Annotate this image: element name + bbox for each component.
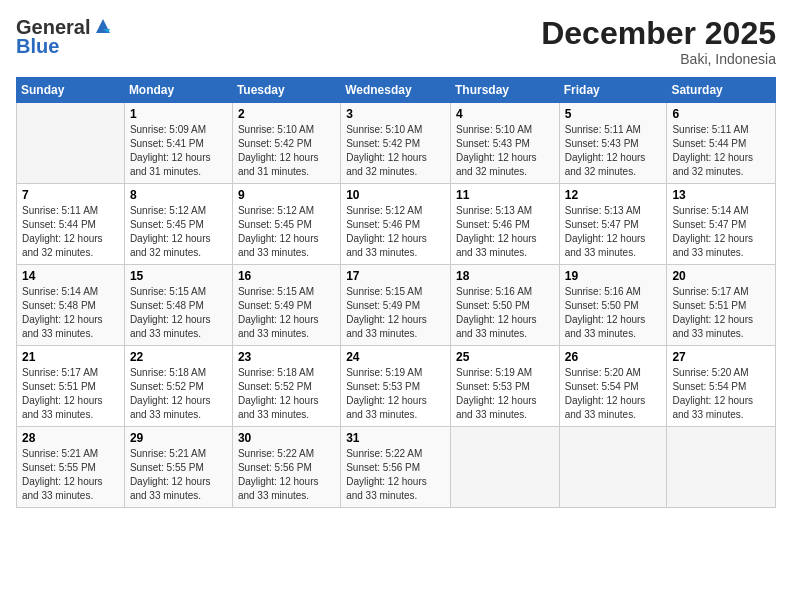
day-info: Sunrise: 5:10 AM Sunset: 5:42 PM Dayligh… <box>346 123 445 179</box>
calendar-cell: 10Sunrise: 5:12 AM Sunset: 5:46 PM Dayli… <box>341 184 451 265</box>
day-number: 18 <box>456 269 554 283</box>
day-info: Sunrise: 5:22 AM Sunset: 5:56 PM Dayligh… <box>238 447 335 503</box>
col-header-friday: Friday <box>559 78 667 103</box>
calendar-cell <box>667 427 776 508</box>
day-number: 6 <box>672 107 770 121</box>
location: Baki, Indonesia <box>541 51 776 67</box>
day-info: Sunrise: 5:15 AM Sunset: 5:48 PM Dayligh… <box>130 285 227 341</box>
calendar-cell: 13Sunrise: 5:14 AM Sunset: 5:47 PM Dayli… <box>667 184 776 265</box>
title-block: December 2025 Baki, Indonesia <box>541 16 776 67</box>
header-row: SundayMondayTuesdayWednesdayThursdayFrid… <box>17 78 776 103</box>
day-number: 9 <box>238 188 335 202</box>
calendar-cell <box>17 103 125 184</box>
calendar-cell: 3Sunrise: 5:10 AM Sunset: 5:42 PM Daylig… <box>341 103 451 184</box>
calendar-cell: 23Sunrise: 5:18 AM Sunset: 5:52 PM Dayli… <box>232 346 340 427</box>
calendar-table: SundayMondayTuesdayWednesdayThursdayFrid… <box>16 77 776 508</box>
calendar-cell: 21Sunrise: 5:17 AM Sunset: 5:51 PM Dayli… <box>17 346 125 427</box>
day-info: Sunrise: 5:20 AM Sunset: 5:54 PM Dayligh… <box>672 366 770 422</box>
day-info: Sunrise: 5:16 AM Sunset: 5:50 PM Dayligh… <box>456 285 554 341</box>
calendar-cell: 11Sunrise: 5:13 AM Sunset: 5:46 PM Dayli… <box>450 184 559 265</box>
day-info: Sunrise: 5:18 AM Sunset: 5:52 PM Dayligh… <box>130 366 227 422</box>
day-info: Sunrise: 5:13 AM Sunset: 5:46 PM Dayligh… <box>456 204 554 260</box>
day-number: 31 <box>346 431 445 445</box>
day-number: 28 <box>22 431 119 445</box>
day-number: 1 <box>130 107 227 121</box>
day-info: Sunrise: 5:22 AM Sunset: 5:56 PM Dayligh… <box>346 447 445 503</box>
day-number: 4 <box>456 107 554 121</box>
col-header-sunday: Sunday <box>17 78 125 103</box>
calendar-cell: 22Sunrise: 5:18 AM Sunset: 5:52 PM Dayli… <box>124 346 232 427</box>
day-info: Sunrise: 5:13 AM Sunset: 5:47 PM Dayligh… <box>565 204 662 260</box>
day-number: 27 <box>672 350 770 364</box>
day-info: Sunrise: 5:16 AM Sunset: 5:50 PM Dayligh… <box>565 285 662 341</box>
calendar-cell: 16Sunrise: 5:15 AM Sunset: 5:49 PM Dayli… <box>232 265 340 346</box>
day-number: 14 <box>22 269 119 283</box>
page-header: General Blue December 2025 Baki, Indones… <box>16 16 776 67</box>
col-header-tuesday: Tuesday <box>232 78 340 103</box>
calendar-cell: 15Sunrise: 5:15 AM Sunset: 5:48 PM Dayli… <box>124 265 232 346</box>
day-number: 10 <box>346 188 445 202</box>
calendar-cell: 24Sunrise: 5:19 AM Sunset: 5:53 PM Dayli… <box>341 346 451 427</box>
month-title: December 2025 <box>541 16 776 51</box>
day-number: 19 <box>565 269 662 283</box>
logo-icon <box>92 15 114 37</box>
day-info: Sunrise: 5:18 AM Sunset: 5:52 PM Dayligh… <box>238 366 335 422</box>
day-number: 26 <box>565 350 662 364</box>
day-info: Sunrise: 5:11 AM Sunset: 5:44 PM Dayligh… <box>22 204 119 260</box>
calendar-cell: 29Sunrise: 5:21 AM Sunset: 5:55 PM Dayli… <box>124 427 232 508</box>
calendar-cell: 5Sunrise: 5:11 AM Sunset: 5:43 PM Daylig… <box>559 103 667 184</box>
day-number: 5 <box>565 107 662 121</box>
day-info: Sunrise: 5:12 AM Sunset: 5:45 PM Dayligh… <box>238 204 335 260</box>
day-info: Sunrise: 5:11 AM Sunset: 5:43 PM Dayligh… <box>565 123 662 179</box>
day-info: Sunrise: 5:17 AM Sunset: 5:51 PM Dayligh… <box>22 366 119 422</box>
day-number: 12 <box>565 188 662 202</box>
day-number: 20 <box>672 269 770 283</box>
day-number: 2 <box>238 107 335 121</box>
calendar-cell <box>559 427 667 508</box>
calendar-cell: 6Sunrise: 5:11 AM Sunset: 5:44 PM Daylig… <box>667 103 776 184</box>
calendar-cell: 9Sunrise: 5:12 AM Sunset: 5:45 PM Daylig… <box>232 184 340 265</box>
day-info: Sunrise: 5:21 AM Sunset: 5:55 PM Dayligh… <box>22 447 119 503</box>
week-row-2: 7Sunrise: 5:11 AM Sunset: 5:44 PM Daylig… <box>17 184 776 265</box>
calendar-cell: 19Sunrise: 5:16 AM Sunset: 5:50 PM Dayli… <box>559 265 667 346</box>
day-info: Sunrise: 5:12 AM Sunset: 5:45 PM Dayligh… <box>130 204 227 260</box>
calendar-cell: 12Sunrise: 5:13 AM Sunset: 5:47 PM Dayli… <box>559 184 667 265</box>
day-info: Sunrise: 5:10 AM Sunset: 5:43 PM Dayligh… <box>456 123 554 179</box>
day-info: Sunrise: 5:11 AM Sunset: 5:44 PM Dayligh… <box>672 123 770 179</box>
day-info: Sunrise: 5:09 AM Sunset: 5:41 PM Dayligh… <box>130 123 227 179</box>
day-number: 29 <box>130 431 227 445</box>
day-number: 24 <box>346 350 445 364</box>
calendar-cell: 7Sunrise: 5:11 AM Sunset: 5:44 PM Daylig… <box>17 184 125 265</box>
calendar-cell: 2Sunrise: 5:10 AM Sunset: 5:42 PM Daylig… <box>232 103 340 184</box>
week-row-3: 14Sunrise: 5:14 AM Sunset: 5:48 PM Dayli… <box>17 265 776 346</box>
calendar-cell: 18Sunrise: 5:16 AM Sunset: 5:50 PM Dayli… <box>450 265 559 346</box>
day-info: Sunrise: 5:20 AM Sunset: 5:54 PM Dayligh… <box>565 366 662 422</box>
day-info: Sunrise: 5:12 AM Sunset: 5:46 PM Dayligh… <box>346 204 445 260</box>
day-number: 8 <box>130 188 227 202</box>
day-info: Sunrise: 5:21 AM Sunset: 5:55 PM Dayligh… <box>130 447 227 503</box>
day-number: 21 <box>22 350 119 364</box>
day-info: Sunrise: 5:15 AM Sunset: 5:49 PM Dayligh… <box>346 285 445 341</box>
calendar-cell: 30Sunrise: 5:22 AM Sunset: 5:56 PM Dayli… <box>232 427 340 508</box>
col-header-thursday: Thursday <box>450 78 559 103</box>
calendar-cell: 26Sunrise: 5:20 AM Sunset: 5:54 PM Dayli… <box>559 346 667 427</box>
calendar-cell: 17Sunrise: 5:15 AM Sunset: 5:49 PM Dayli… <box>341 265 451 346</box>
day-info: Sunrise: 5:14 AM Sunset: 5:48 PM Dayligh… <box>22 285 119 341</box>
col-header-wednesday: Wednesday <box>341 78 451 103</box>
day-number: 16 <box>238 269 335 283</box>
week-row-5: 28Sunrise: 5:21 AM Sunset: 5:55 PM Dayli… <box>17 427 776 508</box>
calendar-cell: 4Sunrise: 5:10 AM Sunset: 5:43 PM Daylig… <box>450 103 559 184</box>
calendar-cell: 20Sunrise: 5:17 AM Sunset: 5:51 PM Dayli… <box>667 265 776 346</box>
calendar-cell: 14Sunrise: 5:14 AM Sunset: 5:48 PM Dayli… <box>17 265 125 346</box>
week-row-4: 21Sunrise: 5:17 AM Sunset: 5:51 PM Dayli… <box>17 346 776 427</box>
logo: General Blue <box>16 16 114 58</box>
calendar-cell <box>450 427 559 508</box>
calendar-cell: 8Sunrise: 5:12 AM Sunset: 5:45 PM Daylig… <box>124 184 232 265</box>
week-row-1: 1Sunrise: 5:09 AM Sunset: 5:41 PM Daylig… <box>17 103 776 184</box>
day-info: Sunrise: 5:19 AM Sunset: 5:53 PM Dayligh… <box>346 366 445 422</box>
calendar-cell: 31Sunrise: 5:22 AM Sunset: 5:56 PM Dayli… <box>341 427 451 508</box>
day-number: 15 <box>130 269 227 283</box>
day-info: Sunrise: 5:10 AM Sunset: 5:42 PM Dayligh… <box>238 123 335 179</box>
day-info: Sunrise: 5:19 AM Sunset: 5:53 PM Dayligh… <box>456 366 554 422</box>
col-header-monday: Monday <box>124 78 232 103</box>
